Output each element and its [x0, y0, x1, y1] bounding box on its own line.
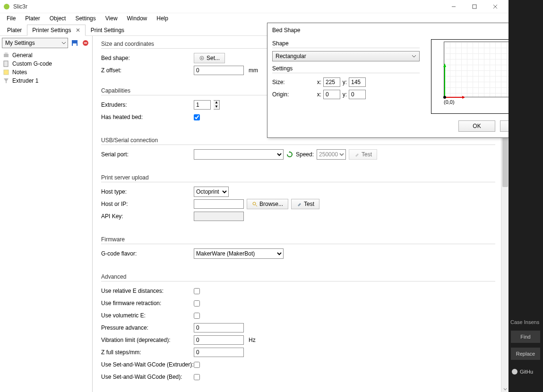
tab-label: Print Settings [91, 27, 124, 34]
rel-e-label: Use relative E distances: [101, 288, 194, 294]
pressure-input[interactable] [194, 323, 244, 332]
host-ip-input[interactable] [194, 199, 244, 209]
pressure-label: Pressure advance: [101, 324, 194, 331]
y-prefix: y: [340, 79, 349, 85]
settings-group-title: Settings [272, 65, 420, 72]
zfull-label: Z full steps/mm: [101, 349, 194, 356]
chevron-down-icon[interactable] [503, 387, 507, 391]
y-prefix: y: [340, 91, 349, 98]
svg-point-22 [512, 369, 517, 375]
save-preset-button[interactable] [70, 38, 79, 48]
svg-rect-9 [4, 54, 9, 57]
bed-shape-set-button[interactable]: Set... [194, 53, 225, 63]
refresh-icon[interactable] [286, 151, 293, 158]
menu-help[interactable]: Help [152, 14, 173, 23]
menu-settings[interactable]: Settings [70, 14, 100, 23]
tab-close-icon[interactable]: ✕ [76, 27, 80, 34]
sidebar-item-general[interactable]: General [0, 51, 92, 60]
vol-e-checkbox[interactable] [194, 313, 200, 319]
shape-combo[interactable]: Rectangular [272, 51, 420, 61]
svg-point-21 [443, 96, 446, 99]
note-icon [3, 69, 9, 76]
find-button[interactable]: Find [511, 331, 540, 343]
section-advanced-title: Advanced [101, 273, 495, 280]
btn-label: Browse... [259, 201, 283, 207]
github-link[interactable]: GitHu [511, 368, 533, 375]
printer-icon [3, 52, 9, 59]
fw-retract-label: Use firmware retraction: [101, 300, 194, 307]
spinner-buttons[interactable]: ▲▼ [214, 100, 220, 110]
rel-e-checkbox[interactable] [194, 288, 200, 294]
gcode-flavor-select[interactable]: MakerWare (MakerBot) [194, 248, 284, 259]
origin-label: Origin: [272, 91, 315, 98]
zfull-input[interactable] [194, 348, 244, 357]
menu-window[interactable]: Window [122, 14, 152, 23]
btn-label: Test [304, 201, 314, 207]
delete-preset-button[interactable] [81, 38, 90, 48]
menu-plater[interactable]: Plater [20, 14, 44, 23]
background-window: Case Insens Find Replace GitHu [509, 0, 543, 392]
svg-rect-11 [4, 61, 8, 67]
dialog-title: Bed Shape [272, 27, 300, 34]
svg-point-15 [253, 202, 256, 205]
vol-e-label: Use volumetric E: [101, 312, 194, 319]
vibration-unit: Hz [249, 337, 256, 343]
saw-bed-checkbox[interactable] [194, 374, 200, 380]
vibration-input[interactable] [194, 335, 244, 345]
menu-file[interactable]: File [2, 14, 20, 23]
svg-rect-6 [73, 43, 77, 46]
serial-test-button[interactable]: Test [349, 149, 377, 160]
gear-icon [199, 55, 205, 61]
preset-select[interactable]: My Settings [2, 38, 68, 48]
size-x-input[interactable] [323, 77, 340, 87]
sidebar-item-notes[interactable]: Notes [0, 68, 92, 77]
browse-button[interactable]: Browse... [247, 199, 288, 209]
menu-object[interactable]: Object [45, 14, 71, 23]
z-offset-input[interactable] [194, 66, 244, 75]
extruders-input[interactable] [194, 100, 211, 110]
fw-retract-checkbox[interactable] [194, 300, 200, 307]
close-button[interactable] [485, 0, 506, 13]
btn-label: Replace [516, 351, 535, 357]
maximize-button[interactable] [464, 0, 485, 13]
upload-test-button[interactable]: Test [291, 199, 319, 209]
gcode-flavor-label: G-code flavor: [101, 250, 194, 257]
tab-print-settings[interactable]: Print Settings [86, 25, 129, 36]
heated-bed-checkbox[interactable] [194, 114, 200, 120]
svg-point-0 [4, 4, 9, 9]
sidebar-item-gcode[interactable]: Custom G-code [0, 60, 92, 68]
section-upload-title: Print server upload [101, 174, 495, 181]
speed-label: Speed: [296, 151, 314, 158]
api-key-label: API Key: [101, 213, 194, 220]
sidebar-item-label: Extruder 1 [12, 77, 38, 84]
replace-button[interactable]: Replace [511, 348, 540, 360]
speed-select[interactable]: 250000 [317, 149, 346, 160]
tab-printer-settings[interactable]: Printer Settings ✕ [27, 25, 85, 36]
titlebar: Slic3r [0, 0, 509, 13]
ok-button[interactable]: OK [458, 120, 495, 132]
sidebar-item-extruder1[interactable]: Extruder 1 [0, 77, 92, 85]
z-offset-label: Z offset: [101, 67, 194, 74]
origin-x-input[interactable] [323, 90, 340, 99]
host-type-select[interactable]: Octoprint [194, 187, 229, 197]
github-label: GitHu [520, 369, 533, 375]
serial-port-select[interactable] [194, 149, 284, 160]
tab-plater[interactable]: Plater [2, 25, 27, 36]
tab-label: Plater [7, 27, 22, 34]
wrench-icon [296, 201, 302, 207]
api-key-input[interactable] [194, 212, 244, 221]
section-usb-title: USB/Serial connection [101, 137, 495, 144]
saw-ext-checkbox[interactable] [194, 362, 200, 368]
btn-label: OK [473, 123, 481, 129]
chevron-down-icon [61, 41, 66, 45]
svg-rect-2 [473, 5, 476, 9]
size-y-input[interactable] [349, 77, 366, 87]
menu-view[interactable]: View [101, 14, 122, 23]
svg-line-16 [256, 205, 257, 206]
origin-y-input[interactable] [349, 90, 366, 99]
x-prefix: x: [315, 79, 323, 85]
saw-ext-label: Use Set-and-Wait GCode (Extruder): [101, 361, 194, 368]
minimize-button[interactable] [443, 0, 464, 13]
window-controls [443, 0, 506, 13]
section-firmware-title: Firmware [101, 236, 495, 243]
